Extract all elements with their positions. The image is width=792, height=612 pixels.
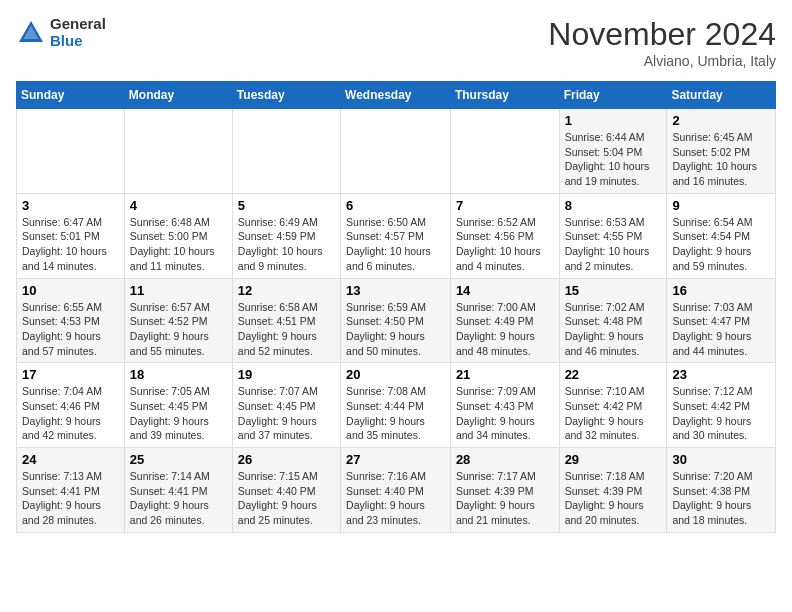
day-cell: 8Sunrise: 6:53 AM Sunset: 4:55 PM Daylig… — [559, 193, 667, 278]
day-cell: 5Sunrise: 6:49 AM Sunset: 4:59 PM Daylig… — [232, 193, 340, 278]
day-info: Sunrise: 7:12 AM Sunset: 4:42 PM Dayligh… — [672, 384, 770, 443]
day-number: 8 — [565, 198, 662, 213]
day-info: Sunrise: 7:14 AM Sunset: 4:41 PM Dayligh… — [130, 469, 227, 528]
day-cell: 10Sunrise: 6:55 AM Sunset: 4:53 PM Dayli… — [17, 278, 125, 363]
day-number: 16 — [672, 283, 770, 298]
day-number: 19 — [238, 367, 335, 382]
weekday-header-thursday: Thursday — [450, 82, 559, 109]
logo: General Blue — [16, 16, 106, 49]
day-number: 14 — [456, 283, 554, 298]
day-cell: 28Sunrise: 7:17 AM Sunset: 4:39 PM Dayli… — [450, 448, 559, 533]
day-number: 10 — [22, 283, 119, 298]
day-info: Sunrise: 7:02 AM Sunset: 4:48 PM Dayligh… — [565, 300, 662, 359]
day-info: Sunrise: 6:45 AM Sunset: 5:02 PM Dayligh… — [672, 130, 770, 189]
weekday-header-saturday: Saturday — [667, 82, 776, 109]
day-cell: 17Sunrise: 7:04 AM Sunset: 4:46 PM Dayli… — [17, 363, 125, 448]
day-number: 17 — [22, 367, 119, 382]
day-info: Sunrise: 7:15 AM Sunset: 4:40 PM Dayligh… — [238, 469, 335, 528]
day-info: Sunrise: 6:49 AM Sunset: 4:59 PM Dayligh… — [238, 215, 335, 274]
day-cell: 7Sunrise: 6:52 AM Sunset: 4:56 PM Daylig… — [450, 193, 559, 278]
day-number: 3 — [22, 198, 119, 213]
day-info: Sunrise: 6:47 AM Sunset: 5:01 PM Dayligh… — [22, 215, 119, 274]
week-row-1: 1Sunrise: 6:44 AM Sunset: 5:04 PM Daylig… — [17, 109, 776, 194]
day-info: Sunrise: 7:13 AM Sunset: 4:41 PM Dayligh… — [22, 469, 119, 528]
day-cell: 29Sunrise: 7:18 AM Sunset: 4:39 PM Dayli… — [559, 448, 667, 533]
day-number: 21 — [456, 367, 554, 382]
day-info: Sunrise: 7:07 AM Sunset: 4:45 PM Dayligh… — [238, 384, 335, 443]
month-title: November 2024 — [548, 16, 776, 53]
day-number: 7 — [456, 198, 554, 213]
day-info: Sunrise: 6:50 AM Sunset: 4:57 PM Dayligh… — [346, 215, 445, 274]
day-cell: 16Sunrise: 7:03 AM Sunset: 4:47 PM Dayli… — [667, 278, 776, 363]
day-cell — [450, 109, 559, 194]
day-cell: 22Sunrise: 7:10 AM Sunset: 4:42 PM Dayli… — [559, 363, 667, 448]
day-cell: 13Sunrise: 6:59 AM Sunset: 4:50 PM Dayli… — [341, 278, 451, 363]
weekday-header-wednesday: Wednesday — [341, 82, 451, 109]
day-info: Sunrise: 6:44 AM Sunset: 5:04 PM Dayligh… — [565, 130, 662, 189]
logo-icon — [16, 18, 46, 48]
day-number: 4 — [130, 198, 227, 213]
day-info: Sunrise: 7:17 AM Sunset: 4:39 PM Dayligh… — [456, 469, 554, 528]
day-number: 6 — [346, 198, 445, 213]
day-number: 15 — [565, 283, 662, 298]
day-cell: 23Sunrise: 7:12 AM Sunset: 4:42 PM Dayli… — [667, 363, 776, 448]
day-cell: 12Sunrise: 6:58 AM Sunset: 4:51 PM Dayli… — [232, 278, 340, 363]
day-cell: 25Sunrise: 7:14 AM Sunset: 4:41 PM Dayli… — [124, 448, 232, 533]
day-cell: 14Sunrise: 7:00 AM Sunset: 4:49 PM Dayli… — [450, 278, 559, 363]
weekday-header-friday: Friday — [559, 82, 667, 109]
day-info: Sunrise: 7:20 AM Sunset: 4:38 PM Dayligh… — [672, 469, 770, 528]
day-number: 25 — [130, 452, 227, 467]
day-cell: 15Sunrise: 7:02 AM Sunset: 4:48 PM Dayli… — [559, 278, 667, 363]
day-info: Sunrise: 7:05 AM Sunset: 4:45 PM Dayligh… — [130, 384, 227, 443]
day-number: 22 — [565, 367, 662, 382]
day-info: Sunrise: 7:03 AM Sunset: 4:47 PM Dayligh… — [672, 300, 770, 359]
day-info: Sunrise: 6:57 AM Sunset: 4:52 PM Dayligh… — [130, 300, 227, 359]
day-cell: 1Sunrise: 6:44 AM Sunset: 5:04 PM Daylig… — [559, 109, 667, 194]
day-cell: 6Sunrise: 6:50 AM Sunset: 4:57 PM Daylig… — [341, 193, 451, 278]
weekday-header-tuesday: Tuesday — [232, 82, 340, 109]
day-number: 23 — [672, 367, 770, 382]
day-number: 1 — [565, 113, 662, 128]
day-cell: 26Sunrise: 7:15 AM Sunset: 4:40 PM Dayli… — [232, 448, 340, 533]
day-cell: 3Sunrise: 6:47 AM Sunset: 5:01 PM Daylig… — [17, 193, 125, 278]
day-number: 11 — [130, 283, 227, 298]
day-number: 26 — [238, 452, 335, 467]
day-number: 20 — [346, 367, 445, 382]
weekday-header-row: SundayMondayTuesdayWednesdayThursdayFrid… — [17, 82, 776, 109]
logo-blue-text: Blue — [50, 33, 106, 50]
day-cell: 11Sunrise: 6:57 AM Sunset: 4:52 PM Dayli… — [124, 278, 232, 363]
day-number: 30 — [672, 452, 770, 467]
day-number: 2 — [672, 113, 770, 128]
day-cell: 21Sunrise: 7:09 AM Sunset: 4:43 PM Dayli… — [450, 363, 559, 448]
day-cell — [232, 109, 340, 194]
day-number: 24 — [22, 452, 119, 467]
day-cell: 20Sunrise: 7:08 AM Sunset: 4:44 PM Dayli… — [341, 363, 451, 448]
day-info: Sunrise: 6:53 AM Sunset: 4:55 PM Dayligh… — [565, 215, 662, 274]
day-info: Sunrise: 7:10 AM Sunset: 4:42 PM Dayligh… — [565, 384, 662, 443]
day-number: 29 — [565, 452, 662, 467]
day-info: Sunrise: 6:58 AM Sunset: 4:51 PM Dayligh… — [238, 300, 335, 359]
day-cell: 30Sunrise: 7:20 AM Sunset: 4:38 PM Dayli… — [667, 448, 776, 533]
week-row-2: 3Sunrise: 6:47 AM Sunset: 5:01 PM Daylig… — [17, 193, 776, 278]
day-cell: 19Sunrise: 7:07 AM Sunset: 4:45 PM Dayli… — [232, 363, 340, 448]
day-info: Sunrise: 7:08 AM Sunset: 4:44 PM Dayligh… — [346, 384, 445, 443]
day-info: Sunrise: 6:48 AM Sunset: 5:00 PM Dayligh… — [130, 215, 227, 274]
logo-general-text: General — [50, 16, 106, 33]
week-row-3: 10Sunrise: 6:55 AM Sunset: 4:53 PM Dayli… — [17, 278, 776, 363]
day-info: Sunrise: 7:18 AM Sunset: 4:39 PM Dayligh… — [565, 469, 662, 528]
day-number: 9 — [672, 198, 770, 213]
location: Alviano, Umbria, Italy — [548, 53, 776, 69]
day-info: Sunrise: 7:16 AM Sunset: 4:40 PM Dayligh… — [346, 469, 445, 528]
day-number: 27 — [346, 452, 445, 467]
weekday-header-sunday: Sunday — [17, 82, 125, 109]
day-info: Sunrise: 6:54 AM Sunset: 4:54 PM Dayligh… — [672, 215, 770, 274]
day-info: Sunrise: 7:09 AM Sunset: 4:43 PM Dayligh… — [456, 384, 554, 443]
day-cell — [341, 109, 451, 194]
day-number: 18 — [130, 367, 227, 382]
day-cell: 9Sunrise: 6:54 AM Sunset: 4:54 PM Daylig… — [667, 193, 776, 278]
day-info: Sunrise: 6:59 AM Sunset: 4:50 PM Dayligh… — [346, 300, 445, 359]
day-info: Sunrise: 6:55 AM Sunset: 4:53 PM Dayligh… — [22, 300, 119, 359]
day-number: 13 — [346, 283, 445, 298]
day-info: Sunrise: 7:00 AM Sunset: 4:49 PM Dayligh… — [456, 300, 554, 359]
page-header: General Blue November 2024 Alviano, Umbr… — [16, 16, 776, 69]
